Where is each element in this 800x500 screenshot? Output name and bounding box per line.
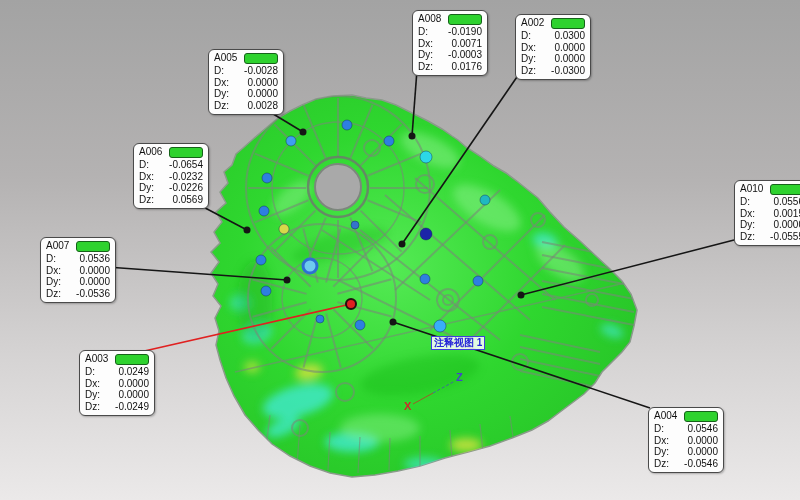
deviation-value: -0.0226 <box>169 182 203 194</box>
deviation-value: 0.0000 <box>687 446 718 458</box>
annotation-box-A008[interactable]: A008 D:-0.0190 Dx:0.0071 Dy:-0.0003 Dz:0… <box>412 10 488 76</box>
deviation-value: -0.0003 <box>448 49 482 61</box>
measurement-point[interactable] <box>286 136 296 146</box>
measurement-point[interactable] <box>316 315 324 323</box>
deviation-value: 0.0015 <box>773 208 800 220</box>
deviation-value: -0.0232 <box>169 171 203 183</box>
deviation-value: -0.0546 <box>684 458 718 470</box>
axis-label-z: Z <box>456 371 463 383</box>
deviation-value: 0.0176 <box>451 61 482 73</box>
measurement-point[interactable] <box>420 151 432 163</box>
deviation-value: 0.0546 <box>687 423 718 435</box>
deviation-value: 0.0000 <box>773 219 800 231</box>
annotation-box-A002[interactable]: A002 D:0.0300 Dx:0.0000 Dy:0.0000 Dz:-0.… <box>515 14 591 80</box>
field-label: D: <box>85 366 95 378</box>
measurement-point[interactable] <box>480 195 490 205</box>
leader-endpoint <box>399 241 406 248</box>
annotation-id: A010 <box>740 183 763 195</box>
deviation-value: 0.0071 <box>451 38 482 50</box>
annotation-box-A010[interactable]: A010 D:0.0556 Dx:0.0015 Dy:0.0000 Dz:-0.… <box>734 180 800 246</box>
annotation-id: A007 <box>46 240 69 252</box>
deviation-value: 0.0569 <box>172 194 203 206</box>
deviation-value: 0.0536 <box>79 253 110 265</box>
measurement-point[interactable] <box>473 276 483 286</box>
measurement-point[interactable] <box>420 228 432 240</box>
deviation-value: 0.0000 <box>79 265 110 277</box>
annotation-box-A007[interactable]: A007 D:0.0536 Dx:0.0000 Dy:0.0000 Dz:-0.… <box>40 237 116 303</box>
field-label: Dx: <box>521 42 536 54</box>
deviation-value: 0.0000 <box>79 276 110 288</box>
leader-endpoint <box>409 133 416 140</box>
field-label: Dx: <box>214 77 229 89</box>
deviation-value: 0.0000 <box>687 435 718 447</box>
annotation-id: A003 <box>85 353 108 365</box>
deviation-value: 0.0000 <box>554 42 585 54</box>
tolerance-status-pill <box>169 147 203 158</box>
field-label: Dy: <box>139 182 154 194</box>
annotation-id: A002 <box>521 17 544 29</box>
leader-endpoint <box>300 129 307 136</box>
field-label: D: <box>46 253 56 265</box>
field-label: Dy: <box>740 219 755 231</box>
deviation-value: 0.0000 <box>247 88 278 100</box>
annotation-id: A008 <box>418 13 441 25</box>
axis-label-x: X <box>404 400 412 412</box>
field-label: Dz: <box>214 100 229 112</box>
measurement-point[interactable] <box>303 259 317 273</box>
deviation-value: 0.0000 <box>118 389 149 401</box>
measurement-point[interactable] <box>351 221 359 229</box>
annotation-id: A004 <box>654 410 677 422</box>
deviation-value: 0.0028 <box>247 100 278 112</box>
field-label: Dz: <box>418 61 433 73</box>
annotation-box-A003[interactable]: A003 D:0.0249 Dx:0.0000 Dy:0.0000 Dz:-0.… <box>79 350 155 416</box>
annotation-id: A005 <box>214 52 237 64</box>
annotation-box-A005[interactable]: A005 D:-0.0028 Dx:0.0000 Dy:0.0000 Dz:0.… <box>208 49 284 115</box>
leader-endpoint <box>518 292 525 299</box>
deviation-value: -0.0536 <box>76 288 110 300</box>
deviation-value: 0.0000 <box>554 53 585 65</box>
deviation-value: 0.0300 <box>554 30 585 42</box>
deviation-value: -0.0555 <box>770 231 800 243</box>
leader-endpoint <box>346 299 356 309</box>
field-label: Dy: <box>418 49 433 61</box>
measurement-point[interactable] <box>384 136 394 146</box>
field-label: Dy: <box>521 53 536 65</box>
measurement-point[interactable] <box>434 320 446 332</box>
field-label: D: <box>214 65 224 77</box>
field-label: Dz: <box>740 231 755 243</box>
leader-endpoint <box>244 227 251 234</box>
measurement-point[interactable] <box>342 120 352 130</box>
deviation-value: -0.0654 <box>169 159 203 171</box>
3d-viewport[interactable]: XZ A008 D:-0.0190 Dx:0.0071 Dy:-0.0003 D… <box>0 0 800 500</box>
field-label: Dy: <box>654 446 669 458</box>
measurement-point[interactable] <box>259 206 269 216</box>
field-label: Dy: <box>214 88 229 100</box>
annotation-box-A006[interactable]: A006 D:-0.0654 Dx:-0.0232 Dy:-0.0226 Dz:… <box>133 143 209 209</box>
field-label: Dx: <box>85 378 100 390</box>
tolerance-status-pill <box>115 354 149 365</box>
measurement-point[interactable] <box>420 274 430 284</box>
measurement-point[interactable] <box>262 173 272 183</box>
annotation-view-label[interactable]: 注释视图 1 <box>431 336 485 350</box>
deviation-value: -0.0249 <box>115 401 149 413</box>
deviation-value: 0.0000 <box>118 378 149 390</box>
center-bore-hole <box>308 157 368 217</box>
field-label: D: <box>418 26 428 38</box>
field-label: Dx: <box>740 208 755 220</box>
annotation-box-A004[interactable]: A004 D:0.0546 Dx:0.0000 Dy:0.0000 Dz:-0.… <box>648 407 724 473</box>
field-label: Dy: <box>85 389 100 401</box>
measurement-point[interactable] <box>279 224 289 234</box>
deviation-value: -0.0190 <box>448 26 482 38</box>
tolerance-status-pill <box>448 14 482 25</box>
measurement-point[interactable] <box>261 286 271 296</box>
field-label: Dz: <box>139 194 154 206</box>
field-label: D: <box>139 159 149 171</box>
field-label: Dz: <box>521 65 536 77</box>
leader-endpoint <box>284 277 291 284</box>
field-label: D: <box>740 196 750 208</box>
annotation-id: A006 <box>139 146 162 158</box>
measurement-point[interactable] <box>256 255 266 265</box>
field-label: Dy: <box>46 276 61 288</box>
measurement-point[interactable] <box>355 320 365 330</box>
tolerance-status-pill <box>551 18 585 29</box>
